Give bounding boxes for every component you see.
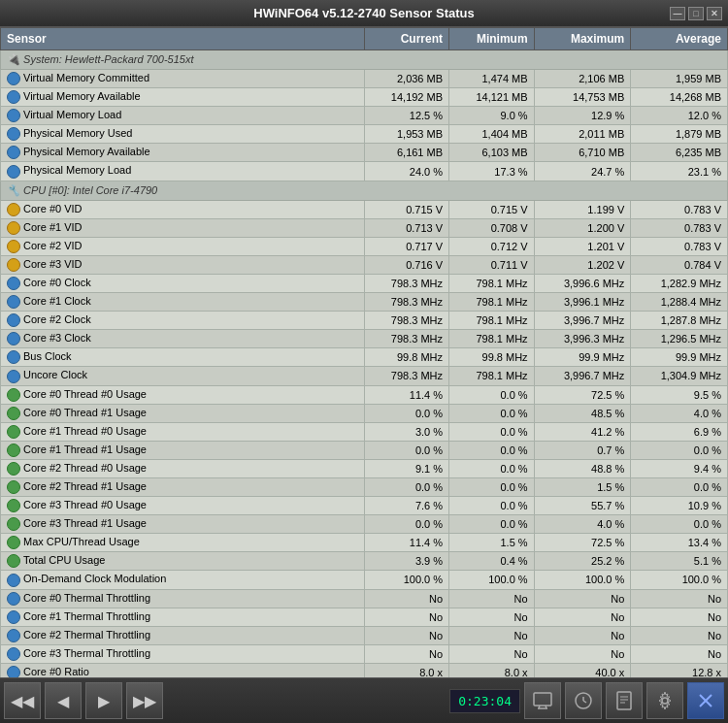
exit-button[interactable] (687, 682, 724, 719)
sensor-maximum: 72.5 % (534, 385, 631, 404)
title-buttons[interactable]: — □ ✕ (670, 7, 722, 20)
sensor-name: Core #2 Thread #0 Usage (1, 459, 365, 477)
minimize-button[interactable]: — (670, 7, 685, 20)
table-row[interactable]: Core #0 Clock798.3 MHz798.1 MHz3,996.6 M… (1, 274, 728, 292)
sensor-average: 1,288.4 MHz (631, 293, 728, 312)
sensor-name: Max CPU/Thread Usage (1, 534, 365, 552)
sensor-minimum: No (449, 644, 535, 663)
table-row[interactable]: Core #1 Clock798.3 MHz798.1 MHz3,996.1 M… (1, 293, 728, 312)
table-row[interactable]: Bus Clock99.8 MHz99.8 MHz99.9 MHz99.9 MH… (1, 348, 728, 367)
table-row[interactable]: Core #2 VID0.717 V0.712 V1.201 V0.783 V (1, 237, 728, 255)
table-row[interactable]: Core #2 Thread #0 Usage9.1 %0.0 %48.8 %9… (1, 459, 728, 477)
table-row[interactable]: Core #3 Thread #0 Usage7.6 %0.0 %55.7 %1… (1, 497, 728, 515)
table-row[interactable]: Core #1 VID0.713 V0.708 V1.200 V0.783 V (1, 218, 728, 237)
sensor-maximum: 1.5 % (534, 477, 631, 496)
sensor-average: 5.1 % (631, 552, 728, 571)
sensor-maximum: 1.200 V (534, 218, 631, 237)
sensor-current: 8.0 x (364, 663, 449, 677)
sensor-minimum: 1,404 MB (449, 125, 535, 144)
blue-sensor-icon (7, 127, 20, 141)
report-button[interactable] (606, 682, 643, 719)
nav-prev-button[interactable]: ◀ (45, 682, 82, 719)
table-row[interactable]: Core #2 Clock798.3 MHz798.1 MHz3,996.7 M… (1, 312, 728, 330)
sensor-average: 9.4 % (631, 459, 728, 477)
sensor-maximum: 3,996.7 MHz (534, 312, 631, 330)
table-row[interactable]: On-Demand Clock Modulation100.0 %100.0 %… (1, 571, 728, 589)
table-row[interactable]: Core #0 VID0.715 V0.715 V1.199 V0.783 V (1, 200, 728, 218)
table-row[interactable]: Core #2 Thermal ThrottlingNoNoNoNo (1, 626, 728, 644)
sensor-current: 2,036 MB (364, 70, 449, 88)
sensor-name: Uncore Clock (1, 367, 365, 385)
status-bar: ◀◀ ◀ ▶ ▶▶ 0:23:04 (0, 677, 728, 723)
table-row[interactable]: Core #1 Thread #1 Usage0.0 %0.0 %0.7 %0.… (1, 441, 728, 459)
sensor-maximum: 48.8 % (534, 459, 631, 477)
sensor-current: 0.713 V (364, 218, 449, 237)
sensor-current: 9.1 % (364, 459, 449, 477)
yellow-sensor-icon (7, 240, 20, 253)
sensor-name: Core #0 Thread #0 Usage (1, 385, 365, 404)
table-row[interactable]: Virtual Memory Load12.5 %9.0 %12.9 %12.0… (1, 107, 728, 125)
table-row[interactable]: Core #2 Thread #1 Usage0.0 %0.0 %1.5 %0.… (1, 477, 728, 496)
sensor-name: Virtual Memory Available (1, 88, 365, 107)
sensor-maximum: 3,996.6 MHz (534, 274, 631, 292)
sensor-current: 99.8 MHz (364, 348, 449, 367)
table-row[interactable]: Core #0 Thread #0 Usage11.4 %0.0 %72.5 %… (1, 385, 728, 404)
svg-rect-7 (617, 692, 631, 709)
table-row[interactable]: Uncore Clock798.3 MHz798.1 MHz3,996.7 MH… (1, 367, 728, 385)
sensor-name: Core #3 Thermal Throttling (1, 644, 365, 663)
yellow-sensor-icon (7, 221, 20, 235)
table-row[interactable]: Physical Memory Available6,161 MB6,103 M… (1, 144, 728, 162)
table-row[interactable]: Core #0 Ratio8.0 x8.0 x40.0 x12.8 x (1, 663, 728, 677)
blue-sensor-icon (7, 72, 20, 85)
table-row[interactable]: Total CPU Usage3.9 %0.4 %25.2 %5.1 % (1, 552, 728, 571)
sensor-name: Core #0 Ratio (1, 663, 365, 677)
settings-button[interactable] (646, 682, 683, 719)
nav-next-button[interactable]: ▶ (85, 682, 122, 719)
sensor-maximum: 3,996.3 MHz (534, 330, 631, 348)
sensor-maximum: 4.0 % (534, 515, 631, 534)
sensor-minimum: No (449, 626, 535, 644)
sensor-maximum: No (534, 608, 631, 626)
sensor-average: 0.0 % (631, 441, 728, 459)
monitor-button[interactable] (524, 682, 561, 719)
table-row[interactable]: Core #3 VID0.716 V0.711 V1.202 V0.784 V (1, 255, 728, 274)
table-row[interactable]: Core #3 Thermal ThrottlingNoNoNoNo (1, 644, 728, 663)
blue-sensor-icon (7, 295, 20, 309)
nav-last-button[interactable]: ▶▶ (126, 682, 163, 719)
table-row[interactable]: Physical Memory Used1,953 MB1,404 MB2,01… (1, 125, 728, 144)
table-row[interactable]: Core #0 Thermal ThrottlingNoNoNoNo (1, 589, 728, 608)
table-row[interactable]: Core #1 Thermal ThrottlingNoNoNoNo (1, 608, 728, 626)
sensor-maximum: 99.9 MHz (534, 348, 631, 367)
sensor-minimum: 0.0 % (449, 422, 535, 441)
sensor-maximum: 25.2 % (534, 552, 631, 571)
sensor-average: 0.0 % (631, 515, 728, 534)
sensor-minimum: 0.0 % (449, 477, 535, 496)
green-sensor-icon (7, 499, 20, 512)
maximize-button[interactable]: □ (688, 7, 704, 20)
sensor-name: Core #0 VID (1, 200, 365, 218)
sensor-name: Core #2 Clock (1, 312, 365, 330)
blue-sensor-icon (7, 350, 20, 364)
table-row[interactable]: Core #3 Clock798.3 MHz798.1 MHz3,996.3 M… (1, 330, 728, 348)
sensor-name: Virtual Memory Load (1, 107, 365, 125)
sensor-maximum: 6,710 MB (534, 144, 631, 162)
sensor-current: 3.0 % (364, 422, 449, 441)
close-button[interactable]: ✕ (707, 7, 722, 20)
clock-button[interactable] (565, 682, 602, 719)
table-row[interactable]: Core #3 Thread #1 Usage0.0 %0.0 %4.0 %0.… (1, 515, 728, 534)
table-row[interactable]: Core #1 Thread #0 Usage3.0 %0.0 %41.2 %6… (1, 422, 728, 441)
sensor-average: No (631, 644, 728, 663)
table-row[interactable]: Max CPU/Thread Usage11.4 %1.5 %72.5 %13.… (1, 534, 728, 552)
sensor-average: 0.784 V (631, 255, 728, 274)
table-row[interactable]: Core #0 Thread #1 Usage0.0 %0.0 %48.5 %4… (1, 404, 728, 422)
sensor-maximum: 1.202 V (534, 255, 631, 274)
table-row[interactable]: Physical Memory Load24.0 %17.3 %24.7 %23… (1, 162, 728, 181)
sensor-average: 6,235 MB (631, 144, 728, 162)
window-title: HWiNFO64 v5.12-2740 Sensor Status (253, 6, 474, 20)
blue-sensor-icon (7, 370, 20, 383)
sensor-table-container[interactable]: Sensor Current Minimum Maximum Average 🔌… (0, 27, 728, 677)
sensor-maximum: 14,753 MB (534, 88, 631, 107)
table-row[interactable]: Virtual Memory Committed2,036 MB1,474 MB… (1, 70, 728, 88)
nav-first-button[interactable]: ◀◀ (4, 682, 41, 719)
table-row[interactable]: Virtual Memory Available14,192 MB14,121 … (1, 88, 728, 107)
